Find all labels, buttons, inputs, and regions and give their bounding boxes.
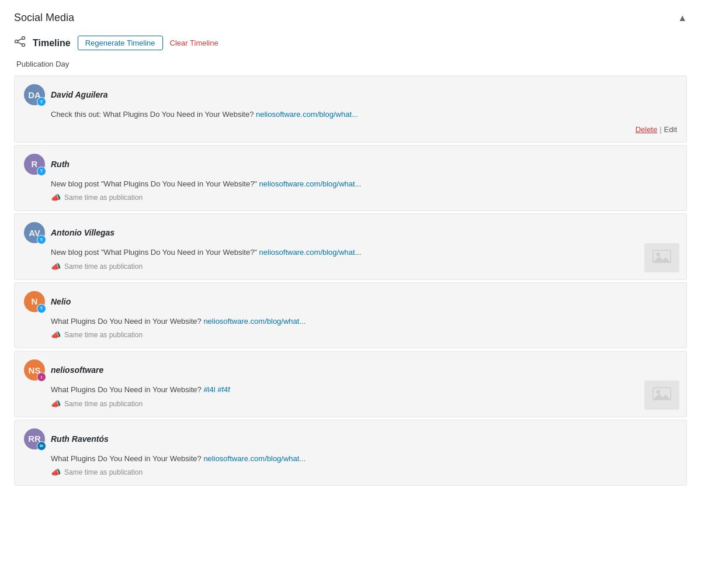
post-card: NS I neliosoftware What Plugins Do You N… <box>14 351 687 417</box>
post-link[interactable]: neliosoftware.com/blog/what... <box>259 179 362 188</box>
social-badge-twitter: T <box>37 235 46 244</box>
timeline-title: Timeline <box>33 38 71 49</box>
social-badge-twitter: T <box>37 167 46 176</box>
action-separator: | <box>660 125 661 134</box>
avatar-wrapper: RR in <box>24 428 45 449</box>
post-card: R T Ruth New blog post "What Plugins Do … <box>14 145 687 212</box>
delete-button[interactable]: Delete <box>636 125 658 134</box>
post-content: Check this out: What Plugins Do You Need… <box>51 109 677 120</box>
post-timing: 📣 Same time as publication <box>51 468 677 477</box>
post-card: RR in Ruth Raventós What Plugins Do You … <box>14 420 687 486</box>
svg-point-1 <box>22 44 25 47</box>
post-timing: 📣 Same time as publication <box>51 193 677 202</box>
timing-label: Same time as publication <box>64 400 143 408</box>
post-header: RR in Ruth Raventós <box>24 428 677 449</box>
post-card: AV T Antonio Villegas New blog post "Wha… <box>14 213 687 280</box>
post-header: R T Ruth <box>24 154 677 175</box>
social-badge-instagram: I <box>37 372 46 382</box>
scroll-top-icon[interactable]: ▲ <box>678 13 687 23</box>
clear-timeline-button[interactable]: Clear Timeline <box>170 36 218 50</box>
image-placeholder <box>644 381 679 410</box>
post-content: New blog post "What Plugins Do You Need … <box>51 178 677 190</box>
hashtags: #l4l #f4f <box>203 385 230 394</box>
page-title: Social Media <box>14 12 74 24</box>
megaphone-icon: 📣 <box>51 262 61 271</box>
author-name: Ruth Raventós <box>51 434 109 444</box>
avatar-wrapper: R T <box>24 154 45 175</box>
svg-point-9 <box>656 390 660 393</box>
svg-marker-10 <box>653 393 671 399</box>
svg-marker-7 <box>653 256 671 262</box>
post-content: What Plugins Do You Need in Your Website… <box>51 384 677 396</box>
post-header: DA T David Aguilera <box>24 84 677 105</box>
social-badge-twitter: T <box>37 97 46 106</box>
social-badge-twitter: T <box>37 304 46 313</box>
author-name: Ruth <box>51 160 70 169</box>
svg-line-4 <box>18 42 22 44</box>
edit-button[interactable]: Edit <box>664 125 677 134</box>
post-timing: 📣 Same time as publication <box>51 330 677 340</box>
author-name: neliosoftware <box>51 365 103 375</box>
timing-label: Same time as publication <box>64 193 143 202</box>
posts-container: DA T David Aguilera Check this out: What… <box>14 75 687 486</box>
post-timing: 📣 Same time as publication <box>51 262 677 271</box>
svg-point-2 <box>15 40 18 43</box>
share-icon <box>14 36 26 50</box>
image-placeholder <box>644 243 679 272</box>
avatar-wrapper: N T <box>24 291 45 312</box>
post-content: What Plugins Do You Need in Your Website… <box>51 316 677 327</box>
post-link[interactable]: neliosoftware.com/blog/what... <box>203 454 306 463</box>
svg-line-3 <box>18 39 22 41</box>
post-content: What Plugins Do You Need in Your Website… <box>51 453 677 465</box>
megaphone-icon: 📣 <box>51 330 61 340</box>
post-header: N T Nelio <box>24 291 677 312</box>
publication-day-label: Publication Day <box>16 60 687 68</box>
avatar-wrapper: AV T <box>24 222 45 243</box>
megaphone-icon: 📣 <box>51 399 61 409</box>
timing-label: Same time as publication <box>64 331 143 339</box>
post-link[interactable]: neliosoftware.com/blog/what... <box>203 317 306 326</box>
author-name: Nelio <box>51 297 71 306</box>
regenerate-timeline-button[interactable]: Regenerate Timeline <box>78 36 163 50</box>
social-badge-linkedin: in <box>37 441 46 451</box>
post-link[interactable]: neliosoftware.com/blog/what... <box>259 248 362 257</box>
svg-point-0 <box>22 37 25 40</box>
post-card: N T Nelio What Plugins Do You Need in Yo… <box>14 282 687 349</box>
megaphone-icon: 📣 <box>51 193 61 202</box>
author-name: David Aguilera <box>51 90 108 99</box>
svg-point-6 <box>656 253 660 256</box>
post-header: NS I neliosoftware <box>24 359 677 381</box>
post-link[interactable]: neliosoftware.com/blog/what... <box>256 110 358 119</box>
avatar-wrapper: NS I <box>24 359 45 381</box>
timing-label: Same time as publication <box>64 262 143 271</box>
timing-label: Same time as publication <box>64 468 143 476</box>
post-actions: Delete | Edit <box>24 125 677 134</box>
post-content: New blog post "What Plugins Do You Need … <box>51 247 677 258</box>
timeline-header: Timeline Regenerate Timeline Clear Timel… <box>14 36 687 50</box>
megaphone-icon: 📣 <box>51 468 61 477</box>
avatar-wrapper: DA T <box>24 84 45 105</box>
page-header: Social Media ▲ <box>14 12 687 24</box>
post-card: DA T David Aguilera Check this out: What… <box>14 75 687 143</box>
author-name: Antonio Villegas <box>51 228 114 237</box>
post-header: AV T Antonio Villegas <box>24 222 677 243</box>
post-timing: 📣 Same time as publication <box>51 399 677 409</box>
